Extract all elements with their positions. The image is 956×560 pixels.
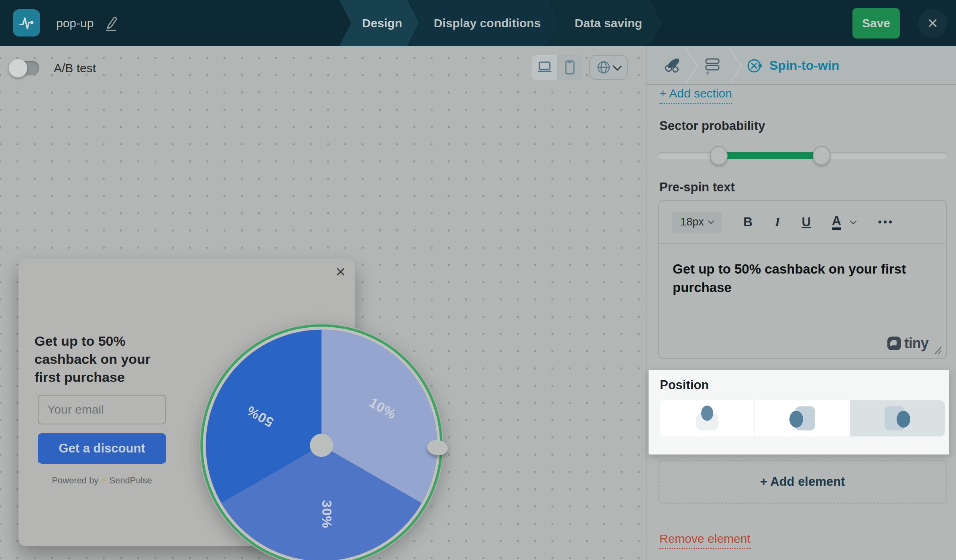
breadcrumb-current-label: Spin-to-win: [769, 58, 839, 73]
sector-probability-heading: Sector probability: [659, 119, 765, 133]
element-breadcrumb: + Spin-to-win: [647, 46, 956, 85]
desktop-icon: [537, 61, 553, 74]
tinymce-branding: tiny: [887, 335, 928, 352]
email-field[interactable]: [38, 395, 166, 424]
topbar: pop-up Design Display conditions Data sa…: [0, 0, 956, 46]
underline-button[interactable]: U: [802, 215, 811, 229]
mobile-icon: [565, 60, 575, 75]
position-section: Position: [649, 370, 949, 454]
ab-test-label: A/B test: [54, 61, 96, 75]
edit-title-icon[interactable]: [104, 15, 119, 32]
breadcrumb-separator-icon: [685, 49, 699, 83]
brand-name: SendPulse: [109, 475, 152, 485]
sendpulse-logo: [13, 9, 40, 37]
ab-test-row: A/B test: [10, 61, 96, 75]
editor-content[interactable]: Get up to 50% cashback on your first pur…: [659, 244, 932, 313]
close-editor-button[interactable]: ✕: [918, 9, 947, 38]
spin-to-win-icon: [746, 57, 764, 75]
mobile-preview-button[interactable]: [557, 55, 582, 80]
tab-design[interactable]: Design: [339, 0, 419, 46]
text-color-chevron-icon[interactable]: [850, 217, 856, 224]
resize-handle-icon[interactable]: [932, 345, 942, 355]
spin-wheel-element[interactable]: 10% 30% 50%: [197, 321, 446, 560]
italic-button[interactable]: I: [775, 215, 780, 229]
save-button[interactable]: Save: [852, 8, 900, 39]
slider-range-fill: [719, 152, 822, 159]
slider-handle-high[interactable]: [813, 146, 830, 165]
section-stack-icon: +: [703, 56, 721, 76]
position-option-right[interactable]: [850, 400, 945, 436]
add-section-link[interactable]: + Add section: [659, 87, 732, 104]
remove-element-link[interactable]: Remove element: [659, 532, 751, 549]
popup-title[interactable]: Get up to 50% cashback on your first pur…: [35, 332, 171, 386]
chevron-down-icon: [708, 218, 714, 224]
bolt-icon: ⚡: [101, 476, 107, 485]
document-title: pop-up: [56, 0, 94, 46]
pulse-icon: [18, 14, 35, 32]
sector-probability-slider[interactable]: [658, 152, 948, 159]
popup-editor: pop-up Design Display conditions Data sa…: [0, 0, 956, 560]
rich-text-editor: 18px B I U A ••• Get up to 50% cashback …: [658, 200, 947, 359]
breadcrumb-spin-to-win[interactable]: Spin-to-win: [746, 46, 839, 85]
ab-test-toggle[interactable]: [10, 61, 39, 75]
position-option-top[interactable]: [660, 400, 755, 436]
tiny-logo-icon: [887, 337, 901, 350]
text-color-button[interactable]: A: [832, 214, 841, 230]
position-top-icon: [694, 406, 720, 430]
language-selector[interactable]: [589, 55, 628, 80]
breadcrumb-design-root[interactable]: [663, 46, 681, 85]
globe-icon: [596, 60, 611, 75]
more-tools-button[interactable]: •••: [878, 216, 894, 228]
sector-label-30: 30%: [319, 500, 335, 528]
settings-panel: + Spin-to-win + Add section Sector proba…: [646, 46, 956, 560]
tab-data-saving[interactable]: Data saving: [549, 0, 662, 46]
get-discount-button[interactable]: Get a discount: [38, 433, 166, 464]
design-canvas: A/B test: [0, 46, 646, 560]
editor-toolbar: 18px B I U A •••: [659, 201, 946, 244]
editor-step-tabs: Design Display conditions Data saving: [339, 0, 662, 46]
toggle-knob: [9, 59, 27, 77]
position-heading: Position: [660, 378, 709, 392]
slider-handle-low[interactable]: [710, 146, 728, 165]
chevron-down-icon: [613, 62, 622, 71]
brush-icon: [663, 57, 681, 75]
bold-button[interactable]: B: [743, 215, 753, 229]
popup-close-icon[interactable]: ✕: [335, 264, 346, 280]
breadcrumb-separator-icon: [729, 49, 743, 83]
tab-display-conditions[interactable]: Display conditions: [408, 0, 561, 46]
svg-text:+: +: [706, 69, 710, 76]
device-preview-switch: [532, 55, 582, 80]
breadcrumb-section[interactable]: +: [703, 46, 721, 85]
powered-by: Powered by ⚡ SendPulse: [38, 475, 166, 486]
wheel-center-knob[interactable]: [310, 434, 333, 457]
position-left-icon: [789, 406, 815, 430]
pre-spin-text-heading: Pre-spin text: [659, 180, 735, 195]
font-size-select[interactable]: 18px: [672, 212, 722, 233]
desktop-preview-button[interactable]: [532, 55, 557, 80]
close-icon: ✕: [927, 15, 939, 31]
add-element-button[interactable]: + Add element: [658, 460, 947, 504]
position-option-left[interactable]: [755, 400, 850, 436]
position-options: [660, 400, 945, 436]
position-right-icon: [885, 406, 910, 430]
